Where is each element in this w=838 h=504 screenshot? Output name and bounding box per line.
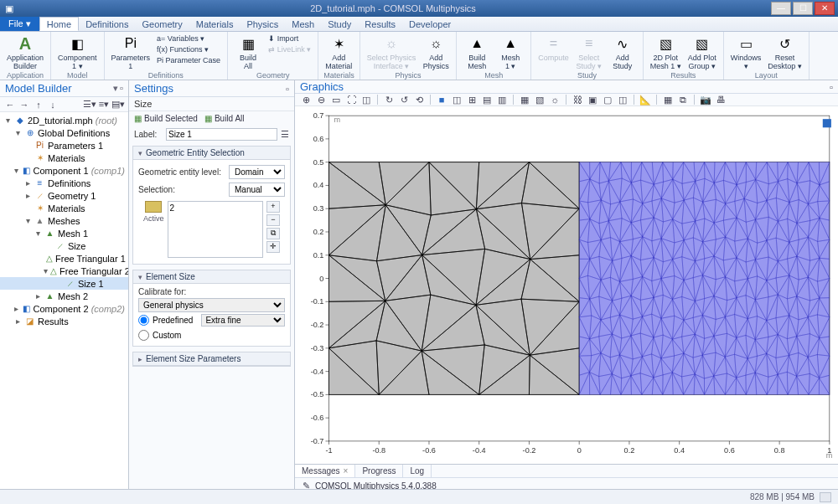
selection-select[interactable]: Manual — [229, 183, 285, 197]
ribbon-2d-plot-button[interactable]: ▧2D PlotMesh 1 ▾ — [649, 33, 683, 71]
ribbon-windows-button[interactable]: ▭Windows▾ — [729, 33, 763, 71]
tree-node-size[interactable]: ⟋Size — [0, 239, 128, 252]
expand-icon[interactable]: ▾ — [23, 216, 32, 225]
tree-node-global-definitions[interactable]: ▾⊕Global Definitions — [0, 126, 128, 139]
window-close-button[interactable]: ✕ — [815, 2, 835, 15]
link-icon[interactable]: ⛓ — [572, 94, 583, 105]
select-copy-icon[interactable]: ⧉ — [266, 228, 280, 239]
tree-node-free-triangular-2[interactable]: ▾△Free Triangular 2 — [0, 265, 128, 277]
tree-node-materials[interactable]: ✶Materials — [0, 152, 128, 164]
eye-icon[interactable]: ☰▾ — [84, 99, 96, 111]
ribbon-build-button[interactable]: ▦BuildAll — [233, 33, 263, 71]
selection-list[interactable]: 2 — [168, 201, 263, 258]
build-selected-button[interactable]: ▦Build Selected — [134, 114, 198, 123]
ribbon-f-x-functions--button[interactable]: f(x) Functions ▾ — [155, 44, 222, 54]
label-tag-icon[interactable]: ☰ — [281, 129, 289, 141]
rot-xz-icon[interactable]: ↺ — [398, 94, 410, 105]
expand-icon[interactable]: ▸ — [13, 316, 22, 326]
tree-node-component-2-comp2-[interactable]: ▸◧Component 2 (comp2) — [0, 302, 128, 315]
menu-tab-mesh[interactable]: Mesh — [285, 17, 321, 31]
tree-node-2d-tutorial-mph-root-[interactable]: ▾◆2D_tutorial.mph (root) — [0, 114, 128, 126]
panel-dropdown-icon[interactable]: ▾ — [113, 83, 118, 94]
panel-min-icon[interactable]: ▫ — [830, 82, 833, 92]
copy-view-icon[interactable]: ⧉ — [677, 94, 689, 105]
bottom-tab-messages[interactable]: Messages× — [295, 465, 355, 477]
model-tree[interactable]: ▾◆2D_tutorial.mph (root)▾⊕Global Definit… — [0, 112, 128, 489]
expand-icon[interactable]: ▾ — [13, 166, 20, 175]
window-minimize-button[interactable]: — — [771, 2, 791, 15]
close-icon[interactable]: × — [344, 466, 349, 476]
label-input[interactable] — [166, 128, 277, 141]
expand-icon[interactable]: ▸ — [23, 191, 32, 200]
predefined-radio[interactable] — [138, 315, 149, 326]
view-2-icon[interactable]: ◫ — [451, 94, 463, 105]
zoom-in-icon[interactable]: ⊕ — [300, 94, 312, 105]
element-size-section-header[interactable]: Element Size — [133, 270, 290, 284]
tree-node-free-triangular-1[interactable]: △Free Triangular 1 — [0, 252, 128, 265]
rot-xy-icon[interactable]: ↻ — [383, 94, 395, 105]
tree-node-mesh-1[interactable]: ▾▲Mesh 1 — [0, 227, 128, 239]
select-add-icon[interactable]: + — [266, 201, 280, 213]
tree-node-component-1-comp1-[interactable]: ▾◧Component 1 (comp1) — [0, 164, 128, 177]
menu-tab-physics[interactable]: Physics — [240, 17, 285, 31]
expand-icon[interactable]: ▾ — [34, 229, 42, 238]
zoom-sel-icon[interactable]: ◫ — [360, 94, 372, 105]
filter-icon[interactable]: ≡▾ — [98, 99, 110, 111]
expand-icon[interactable]: ▸ — [34, 291, 42, 301]
ribbon-application-button[interactable]: AApplicationBuilder — [5, 33, 45, 71]
build-all-button[interactable]: ▦Build All — [204, 114, 245, 123]
graphics-viewport[interactable]: -1-0.8-0.6-0.4-0.200.20.40.60.81-0.7-0.6… — [295, 106, 838, 464]
ribbon--livelink--button[interactable]: ⇄ LiveLink ▾ — [266, 44, 313, 54]
ribbon-add-button[interactable]: ✶AddMaterial — [323, 33, 354, 71]
select-paste-icon[interactable]: ✛ — [266, 241, 280, 253]
view-3-icon[interactable]: ⊞ — [466, 94, 478, 105]
calibrate-select[interactable]: General physics — [138, 298, 285, 312]
ribbon-select-physics-button[interactable]: ☼Select PhysicsInterface ▾ — [365, 33, 418, 71]
select-all-icon[interactable]: ▣ — [587, 94, 598, 105]
window-maximize-button[interactable]: ☐ — [793, 2, 813, 15]
expand-icon[interactable]: ▾ — [44, 266, 48, 275]
ribbon-a-variables--button[interactable]: a= Variables ▾ — [155, 33, 222, 44]
menu-tab-home[interactable]: Home — [39, 17, 79, 31]
custom-radio[interactable] — [138, 330, 149, 341]
element-size-params-section-header[interactable]: Element Size Parameters — [133, 352, 290, 366]
expand-icon[interactable]: ▸ — [23, 178, 32, 188]
active-toggle[interactable] — [145, 201, 162, 213]
bottom-tab-progress[interactable]: Progress — [355, 465, 403, 477]
select-box-icon[interactable]: ◫ — [617, 94, 628, 105]
tree-node-results[interactable]: ▸◪Results — [0, 315, 128, 327]
measure-icon[interactable]: 📐 — [639, 94, 651, 105]
zoom-extents-icon[interactable]: ⛶ — [345, 94, 357, 105]
predefined-select[interactable]: Extra fine — [201, 314, 285, 327]
nav-fwd-icon[interactable]: → — [18, 99, 30, 111]
ribbon-add-button[interactable]: ☼AddPhysics — [421, 33, 451, 71]
menu-tab-materials[interactable]: Materials — [189, 17, 241, 31]
view-5-icon[interactable]: ▥ — [496, 94, 508, 105]
geom-level-select[interactable]: Domain — [229, 165, 285, 179]
view-1-icon[interactable]: ■ — [436, 94, 447, 105]
menu-tab-study[interactable]: Study — [321, 17, 358, 31]
tree-node-parameters-1[interactable]: PiParameters 1 — [0, 139, 128, 152]
geom-entity-section-header[interactable]: Geometric Entity Selection — [133, 147, 290, 160]
light-icon[interactable]: ☼ — [549, 94, 561, 105]
wire-icon[interactable]: ▧ — [534, 94, 546, 105]
ribbon-add-plot-button[interactable]: ▧Add PlotGroup ▾ — [686, 33, 718, 71]
tree-node-definitions[interactable]: ▸≡Definitions — [0, 177, 128, 189]
panel-min-icon[interactable]: ▫ — [120, 83, 123, 94]
ribbon-mesh-button[interactable]: ▲Mesh1 ▾ — [495, 33, 525, 71]
tree-node-geometry-1[interactable]: ▸⟋Geometry 1 — [0, 189, 128, 202]
panel-min-icon[interactable]: ▫ — [286, 84, 289, 94]
bottom-tab-log[interactable]: Log — [403, 465, 432, 477]
nav-up-icon[interactable]: ↑ — [33, 99, 44, 111]
expand-icon[interactable]: ▾ — [13, 128, 22, 137]
print-icon[interactable]: 🖶 — [715, 94, 727, 105]
snapshot-icon[interactable]: 📷 — [700, 94, 711, 105]
ribbon-build-button[interactable]: ▲BuildMesh — [462, 33, 492, 71]
tree-node-mesh-2[interactable]: ▸▲Mesh 2 — [0, 290, 128, 302]
rot-yz-icon[interactable]: ⟲ — [413, 94, 425, 105]
expand-icon[interactable]: ▸ — [13, 304, 20, 313]
tree-node-meshes[interactable]: ▾▲Meshes — [0, 214, 128, 227]
select-remove-icon[interactable]: − — [266, 214, 280, 226]
trans-icon[interactable]: ▦ — [519, 94, 530, 105]
ribbon-reset-button[interactable]: ↺ResetDesktop ▾ — [766, 33, 804, 71]
